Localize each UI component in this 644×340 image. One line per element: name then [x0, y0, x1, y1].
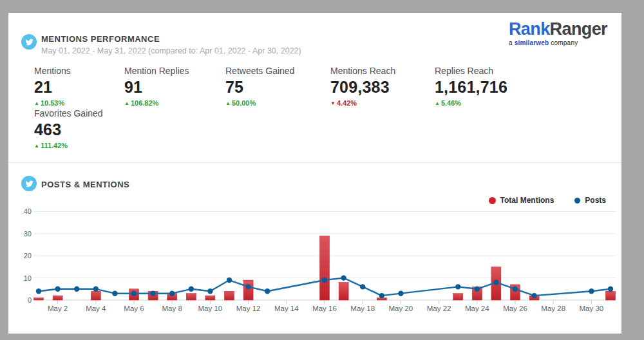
stat-value: 463	[34, 120, 134, 139]
x-axis-label: May 24	[465, 305, 489, 312]
x-axis-label: May 30	[580, 305, 604, 312]
stat-value: 75	[225, 78, 325, 97]
y-axis-label: 40	[24, 207, 32, 215]
mentions-bar[interactable]	[320, 236, 330, 300]
stat-label: Mentions	[34, 66, 134, 76]
mentions-bar[interactable]	[606, 291, 616, 300]
mentions-performance-header: MENTIONS PERFORMANCE May 01, 2022 - May …	[41, 34, 301, 55]
mentions-bar[interactable]	[339, 282, 348, 300]
stat-change: ▲111.42%	[34, 142, 134, 149]
stat-value: 21	[34, 78, 134, 97]
posts-point[interactable]	[74, 287, 79, 292]
x-axis-label: May 20	[389, 305, 413, 312]
posts-point[interactable]	[112, 290, 117, 296]
stat-label: Replies Reach	[435, 66, 535, 76]
y-axis-label: 20	[24, 252, 32, 260]
x-axis-label: May 10	[198, 305, 223, 312]
stat-label: Retweets Gained	[225, 66, 325, 76]
stat-change: ▲106.82%	[124, 99, 224, 107]
stat-label: Favorites Gained	[34, 108, 134, 118]
stat-change: ▼4.42%	[330, 99, 430, 107]
twitter-bird-icon	[25, 38, 33, 46]
posts-point[interactable]	[360, 284, 365, 289]
posts-point[interactable]	[189, 287, 194, 292]
posts-point[interactable]	[455, 284, 460, 289]
stat-value: 709,383	[330, 78, 430, 97]
posts-mentions-header: POSTS & MENTIONS	[41, 180, 129, 189]
section-divider	[8, 162, 621, 163]
stat-label: Mention Replies	[124, 66, 224, 76]
mentions-bar[interactable]	[91, 291, 100, 300]
posts-point[interactable]	[493, 279, 498, 285]
stat-mentions-reach: Mentions Reach 709,383 ▼4.42%	[330, 66, 430, 107]
x-axis-label: May 6	[124, 305, 144, 312]
report-card: RankRanger a similarweb company MENTIONS…	[8, 13, 621, 334]
posts-point[interactable]	[398, 290, 403, 296]
posts-point[interactable]	[55, 287, 60, 292]
mentions-bar[interactable]	[225, 291, 234, 300]
posts-point[interactable]	[169, 290, 175, 296]
x-axis-label: May 16	[312, 305, 337, 312]
posts-point[interactable]	[322, 278, 327, 283]
stat-mentions: Mentions 21 ▲10.53%	[34, 66, 134, 107]
posts-point[interactable]	[93, 287, 99, 292]
stat-favorites-gained: Favorites Gained 463 ▲111.42%	[34, 108, 134, 149]
posts-point[interactable]	[245, 284, 251, 289]
posts-point[interactable]	[131, 290, 137, 296]
report-page: RankRanger a similarweb company MENTIONS…	[0, 0, 644, 340]
posts-point[interactable]	[36, 288, 41, 294]
mentions-bar[interactable]	[453, 294, 463, 300]
x-axis-label: May 8	[162, 305, 182, 312]
posts-point[interactable]	[379, 293, 384, 298]
posts-point[interactable]	[265, 288, 270, 294]
x-axis-label: May 14	[274, 305, 299, 312]
posts-point[interactable]	[589, 288, 594, 294]
posts-point[interactable]	[513, 287, 518, 292]
trend-arrow-icon: ▲	[34, 143, 39, 149]
date-range-subtitle: May 01, 2022 - May 31, 2022 (compared to…	[41, 46, 301, 55]
section-title: POSTS & MENTIONS	[41, 180, 129, 189]
trend-arrow-icon: ▼	[330, 100, 336, 106]
mentions-bar[interactable]	[186, 294, 196, 300]
stat-replies-reach: Replies Reach 1,161,716 ▲5.46%	[435, 66, 535, 107]
x-axis-label: May 12	[236, 305, 261, 312]
posts-mentions-chart: 010203040May 2May 4May 6May 8May 10May 1…	[8, 193, 621, 322]
stat-value: 91	[124, 78, 224, 97]
mentions-bar[interactable]	[53, 296, 62, 300]
x-axis-label: May 18	[350, 305, 375, 312]
logo-wordmark: RankRanger	[509, 21, 607, 38]
posts-point[interactable]	[608, 287, 613, 292]
mentions-bar[interactable]	[243, 280, 253, 300]
posts-point[interactable]	[207, 288, 213, 294]
x-axis-label: May 22	[427, 305, 451, 312]
stat-change: ▲5.46%	[435, 99, 535, 107]
stat-retweets-gained: Retweets Gained 75 ▲50.00%	[225, 66, 325, 107]
posts-point[interactable]	[341, 275, 346, 280]
stat-label: Mentions Reach	[330, 66, 430, 76]
stat-mention-replies: Mention Replies 91 ▲106.82%	[124, 66, 224, 107]
rankranger-logo: RankRanger a similarweb company	[509, 21, 607, 46]
posts-point[interactable]	[475, 287, 480, 292]
posts-point[interactable]	[227, 278, 232, 283]
posts-point[interactable]	[531, 293, 536, 298]
x-axis-label: May 28	[541, 305, 565, 312]
twitter-icon	[21, 34, 37, 50]
stat-change: ▲10.53%	[34, 99, 134, 107]
trend-arrow-icon: ▲	[34, 100, 39, 106]
trend-arrow-icon: ▲	[225, 100, 231, 106]
x-axis-label: May 26	[503, 305, 527, 312]
mentions-bar[interactable]	[34, 298, 44, 300]
logo-ranger: Ranger	[550, 19, 607, 39]
y-axis-label: 0	[28, 296, 32, 304]
stat-value: 1,161,716	[435, 78, 535, 97]
x-axis-label: May 2	[48, 305, 68, 312]
posts-point[interactable]	[150, 290, 155, 296]
logo-tagline: a similarweb company	[509, 40, 607, 46]
mentions-bar[interactable]	[205, 296, 215, 300]
x-axis-label: May 4	[86, 305, 106, 312]
stat-change: ▲50.00%	[225, 99, 325, 107]
logo-similarweb: similarweb	[515, 39, 549, 46]
twitter-bird-icon	[25, 180, 33, 188]
y-axis-label: 10	[24, 274, 32, 282]
logo-rank: Rank	[509, 19, 550, 39]
